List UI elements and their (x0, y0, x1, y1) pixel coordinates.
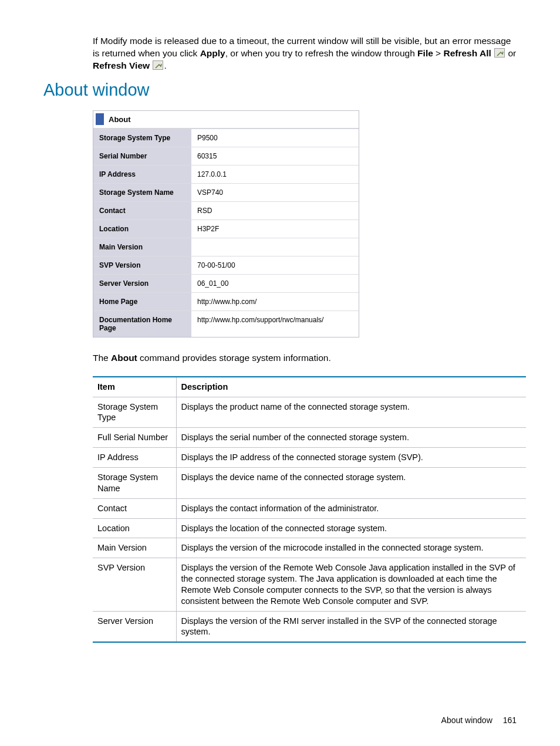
desc-text: Displays the device name of the connecte… (176, 467, 526, 498)
footer-page-number: 161 (503, 715, 517, 725)
intro-refresh-view: Refresh View (93, 60, 150, 70)
about-value: 60315 (191, 147, 359, 165)
table-row: SVP VersionDisplays the version of the R… (93, 558, 526, 611)
desc-item: SVP Version (93, 558, 176, 611)
intro-or: or (508, 48, 516, 58)
caption-pre: The (93, 353, 111, 363)
about-panel-header: About (93, 111, 359, 129)
desc-text: Displays the serial number of the connec… (176, 428, 526, 448)
desc-text: Displays the version of the microcode in… (176, 538, 526, 558)
about-label: Location (93, 220, 191, 238)
about-label: Server Version (93, 275, 191, 292)
desc-header-desc: Description (176, 377, 526, 397)
description-table: Item Description Storage System TypeDisp… (93, 376, 526, 643)
desc-text: Displays the product name of the connect… (176, 397, 526, 428)
about-label: Main Version (93, 238, 191, 256)
about-value: 70-00-51/00 (191, 256, 359, 274)
intro-refresh-all: Refresh All (443, 48, 491, 58)
table-row: ContactDisplays the contact information … (93, 498, 526, 518)
intro-file: File (417, 48, 433, 58)
desc-item: Main Version (93, 538, 176, 558)
about-label: Contact (93, 202, 191, 220)
about-value: http://www.hp.com/ (191, 293, 359, 310)
page-footer: About window 161 (441, 715, 517, 725)
footer-title: About window (441, 715, 492, 725)
desc-text: Displays the location of the connected s… (176, 518, 526, 538)
about-value: http://www.hp.com/support/rwc/manuals/ (191, 311, 359, 337)
table-row: Storage System TypeDisplays the product … (93, 397, 526, 428)
about-value: H3P2F (191, 220, 359, 238)
table-row: Storage System NameDisplays the device n… (93, 467, 526, 498)
section-heading: About window (43, 80, 517, 100)
desc-text: Displays the IP address of the connected… (176, 448, 526, 468)
about-value: VSP740 (191, 184, 359, 201)
table-row: Full Serial NumberDisplays the serial nu… (93, 428, 526, 448)
desc-item: IP Address (93, 448, 176, 468)
about-value: RSD (191, 202, 359, 220)
intro-gt: > (433, 48, 444, 58)
intro-apply: Apply (200, 48, 225, 58)
about-label: IP Address (93, 166, 191, 183)
about-label: SVP Version (93, 256, 191, 274)
about-panel: About Storage System TypeP9500 Serial Nu… (93, 110, 359, 337)
about-label: Serial Number (93, 147, 191, 165)
about-panel-title: About (109, 115, 131, 124)
desc-text: Displays the version of the RMI server i… (176, 611, 526, 642)
desc-item: Contact (93, 498, 176, 518)
about-label: Storage System Name (93, 184, 191, 201)
refresh-all-icon (494, 48, 505, 58)
about-value (191, 238, 359, 256)
about-value: 06_01_00 (191, 275, 359, 292)
about-header-icon (96, 113, 104, 125)
desc-item: Storage System Type (93, 397, 176, 428)
about-label: Documentation Home Page (93, 311, 191, 337)
table-row: Main VersionDisplays the version of the … (93, 538, 526, 558)
caption-post: command provides storage system informat… (137, 353, 331, 363)
refresh-view-icon (153, 60, 163, 70)
desc-text: Displays the version of the Remote Web C… (176, 558, 526, 611)
table-row: LocationDisplays the location of the con… (93, 518, 526, 538)
about-caption: The About command provides storage syste… (93, 353, 517, 363)
intro-paragraph: If Modify mode is released due to a time… (93, 35, 517, 72)
desc-item: Storage System Name (93, 467, 176, 498)
desc-text: Displays the contact information of the … (176, 498, 526, 518)
about-label: Storage System Type (93, 129, 191, 147)
about-value: P9500 (191, 129, 359, 147)
desc-item: Full Serial Number (93, 428, 176, 448)
intro-text-2: , or when you try to refresh the window … (225, 48, 417, 58)
desc-item: Server Version (93, 611, 176, 642)
desc-header-item: Item (93, 377, 176, 397)
table-row: IP AddressDisplays the IP address of the… (93, 448, 526, 468)
table-row: Server VersionDisplays the version of th… (93, 611, 526, 642)
intro-dot: . (164, 60, 166, 70)
about-value: 127.0.0.1 (191, 166, 359, 183)
desc-item: Location (93, 518, 176, 538)
about-label: Home Page (93, 293, 191, 310)
caption-about: About (111, 353, 137, 363)
